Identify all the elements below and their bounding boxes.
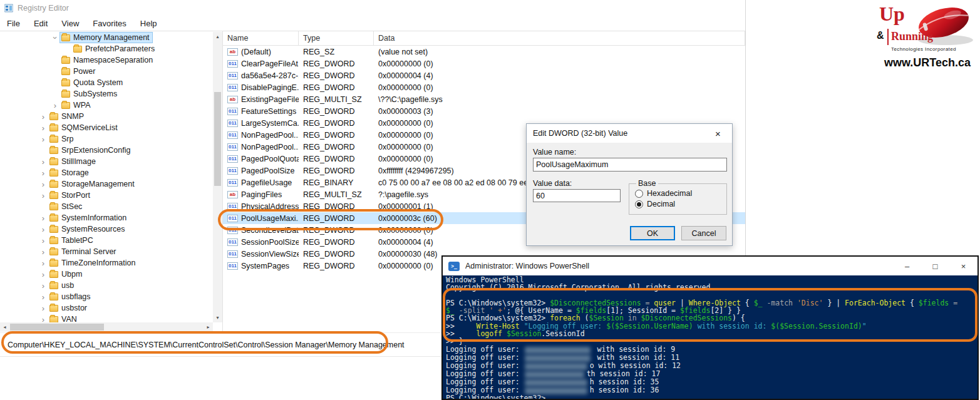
registry-value-row-default[interactable]: ab(Default)REG_SZ(value not set) bbox=[223, 46, 745, 58]
registry-title-bar: Registry Editor bbox=[0, 0, 745, 16]
tree-item-timezoneinformation[interactable]: ›TimeZoneInformation bbox=[0, 257, 213, 269]
value-name-text: DisablePagingE... bbox=[241, 83, 299, 92]
menu-view[interactable]: View bbox=[54, 17, 86, 30]
menu-favorites[interactable]: Favorites bbox=[86, 17, 133, 30]
value-type-cell: REG_DWORD bbox=[299, 226, 374, 235]
maximize-button[interactable]: □ bbox=[921, 257, 949, 275]
tree-item-namespaceseparation[interactable]: NamespaceSeparation bbox=[0, 54, 213, 66]
tree-item-wpa[interactable]: ›WPA bbox=[0, 100, 213, 111]
registry-value-row-disablepaginge[interactable]: 011DisablePagingE...REG_DWORD0x00000000 … bbox=[223, 81, 745, 93]
console-line: Logging off user: with session id: 9 bbox=[446, 346, 974, 354]
menu-file[interactable]: File bbox=[0, 17, 27, 30]
tree-horizontal-scrollbar[interactable]: ◂ ▸ bbox=[0, 322, 213, 332]
tree-item-usb[interactable]: ›usb bbox=[0, 280, 213, 291]
scroll-up-icon[interactable]: ▴ bbox=[213, 32, 222, 41]
tree-item-quota-system[interactable]: Quota System bbox=[0, 77, 213, 88]
tree-item-sqmservicelist[interactable]: ›SQMServiceList bbox=[0, 122, 213, 133]
decimal-radio[interactable]: Decimal bbox=[635, 200, 726, 208]
tree-item-storage[interactable]: ›Storage bbox=[0, 167, 213, 178]
dialog-close-icon[interactable]: × bbox=[704, 124, 732, 143]
column-header-type[interactable]: Type bbox=[299, 31, 374, 45]
selected-key-path: Computer\HKEY_LOCAL_MACHINE\SYSTEM\Curre… bbox=[8, 341, 405, 349]
console-line: Logging off user: with session id: 11 bbox=[446, 354, 974, 362]
column-header-data[interactable]: Data bbox=[374, 31, 745, 45]
dialog-body: Value name: Value data: Base Hexadecimal… bbox=[527, 143, 732, 247]
tree-collapsed-arrow-icon: › bbox=[39, 270, 48, 279]
tree-item-storagemanagement[interactable]: ›StorageManagement bbox=[0, 178, 213, 190]
console-line: Logging off user: o with session id: 12 bbox=[446, 362, 974, 370]
tree-item-label: Quota System bbox=[73, 78, 123, 87]
horizontal-scroll-thumb[interactable] bbox=[10, 324, 104, 331]
column-header-name[interactable]: Name bbox=[223, 31, 299, 45]
tree-item-storport[interactable]: ›StorPort bbox=[0, 190, 213, 201]
scroll-left-icon[interactable]: ◂ bbox=[0, 322, 9, 332]
registry-value-row-existingpagefiles[interactable]: abExistingPageFilesREG_MULTI_SZ\??\C:\pa… bbox=[223, 93, 745, 105]
value-name-cell: 011SecondLevelDat... bbox=[223, 226, 299, 235]
powershell-title: Administrator: Windows PowerShell bbox=[465, 262, 893, 270]
tree-item-usbstor[interactable]: ›usbstor bbox=[0, 302, 213, 314]
value-name-text: ExistingPageFiles bbox=[241, 95, 299, 104]
value-name-cell: 011SystemPages bbox=[223, 262, 299, 270]
close-button[interactable]: × bbox=[949, 257, 977, 275]
tree-item-ubpm[interactable]: ›Ubpm bbox=[0, 269, 213, 280]
value-name-text: (Default) bbox=[241, 48, 271, 56]
hexadecimal-radio[interactable]: Hexadecimal bbox=[635, 189, 726, 198]
tree-item-tabletpc[interactable]: ›TabletPC bbox=[0, 235, 213, 246]
tree-item-power[interactable]: Power bbox=[0, 66, 213, 77]
value-data-cell: 0x00000003 (3) bbox=[374, 107, 745, 116]
radio-checked-icon bbox=[635, 200, 643, 208]
value-name-cell: 011PhysicalAddress... bbox=[223, 202, 299, 211]
value-name-cell: 011ClearPageFileAt... bbox=[223, 59, 299, 68]
registry-key-tree: ›Memory ManagementPrefetchParametersName… bbox=[0, 32, 213, 322]
folder-icon bbox=[49, 226, 58, 233]
tree-item-srp[interactable]: ›Srp bbox=[0, 133, 213, 145]
menu-edit[interactable]: Edit bbox=[27, 17, 54, 30]
tree-item-snmp[interactable]: ›SNMP bbox=[0, 111, 213, 122]
tree-item-prefetchparameters[interactable]: PrefetchParameters bbox=[0, 43, 213, 54]
tree-collapsed-arrow-icon: › bbox=[39, 237, 48, 245]
tree-item-systemresources[interactable]: ›SystemResources bbox=[0, 223, 213, 235]
window-title: Registry Editor bbox=[18, 4, 69, 13]
cancel-button[interactable]: Cancel bbox=[681, 226, 726, 240]
tree-item-subsystems[interactable]: SubSystems bbox=[0, 88, 213, 100]
tree-item-terminal-server[interactable]: ›Terminal Server bbox=[0, 246, 213, 257]
value-type-cell: REG_DWORD bbox=[299, 214, 374, 223]
tree-item-systeminformation[interactable]: ›SystemInformation bbox=[0, 212, 213, 223]
scroll-down-icon[interactable]: ▾ bbox=[213, 313, 222, 322]
tree-item-van[interactable]: ›VAN bbox=[0, 314, 213, 322]
value-name-input[interactable] bbox=[533, 158, 727, 172]
tree-item-usbflags[interactable]: ›usbflags bbox=[0, 291, 213, 302]
ok-button[interactable]: OK bbox=[630, 226, 675, 240]
registry-value-row-da56a5e4-287c[interactable]: 011da56a5e4-287c-...REG_DWORD0x00000004 … bbox=[223, 69, 745, 81]
tree-item-memory-management[interactable]: ›Memory Management bbox=[0, 32, 213, 43]
scroll-right-icon[interactable]: ▸ bbox=[204, 322, 213, 332]
tree-item-stillimage[interactable]: ›StillImage bbox=[0, 156, 213, 167]
tree-collapsed-arrow-icon: › bbox=[39, 304, 48, 312]
tree-item-label: StorageManagement bbox=[61, 180, 135, 188]
dword-value-icon: 011 bbox=[227, 238, 238, 246]
powershell-console[interactable]: Windows PowerShellCopyright (C) 2016 Mic… bbox=[443, 275, 977, 399]
value-type-cell: REG_MULTI_SZ bbox=[299, 190, 374, 199]
tree-collapsed-arrow-icon: › bbox=[39, 169, 48, 177]
tree-item-stsec[interactable]: StSec bbox=[0, 201, 213, 212]
value-name-cell: abExistingPageFiles bbox=[223, 95, 299, 104]
value-name-text: PhysicalAddress... bbox=[241, 202, 299, 211]
console-line: Logging off user: th session id: 17 bbox=[446, 370, 974, 378]
registry-value-row-featuresettings[interactable]: 011FeatureSettingsREG_DWORD0x00000003 (3… bbox=[223, 105, 745, 117]
tree-vertical-scrollbar[interactable]: ▴ ▾ bbox=[213, 32, 222, 322]
vertical-scroll-thumb[interactable] bbox=[214, 92, 221, 186]
value-name-cell: 011SessionPoolSize bbox=[223, 238, 299, 247]
tree-item-srpextensionconfig[interactable]: SrpExtensionConfig bbox=[0, 145, 213, 156]
minimize-button[interactable]: – bbox=[893, 257, 921, 275]
menu-help[interactable]: Help bbox=[133, 17, 164, 30]
value-type-cell: REG_DWORD bbox=[299, 155, 374, 163]
value-type-cell: REG_DWORD bbox=[299, 250, 374, 259]
folder-icon bbox=[49, 203, 58, 210]
tree-item-label: usbstor bbox=[61, 304, 87, 312]
value-data-input[interactable] bbox=[533, 189, 621, 202]
tree-collapsed-arrow-icon: › bbox=[39, 135, 48, 143]
value-type-cell: REG_SZ bbox=[299, 48, 374, 56]
console-line: Logging off user: h session id: 35 bbox=[446, 378, 974, 386]
folder-icon bbox=[49, 181, 58, 188]
registry-value-row-clearpagefileat[interactable]: 011ClearPageFileAt...REG_DWORD0x00000000… bbox=[223, 58, 745, 69]
